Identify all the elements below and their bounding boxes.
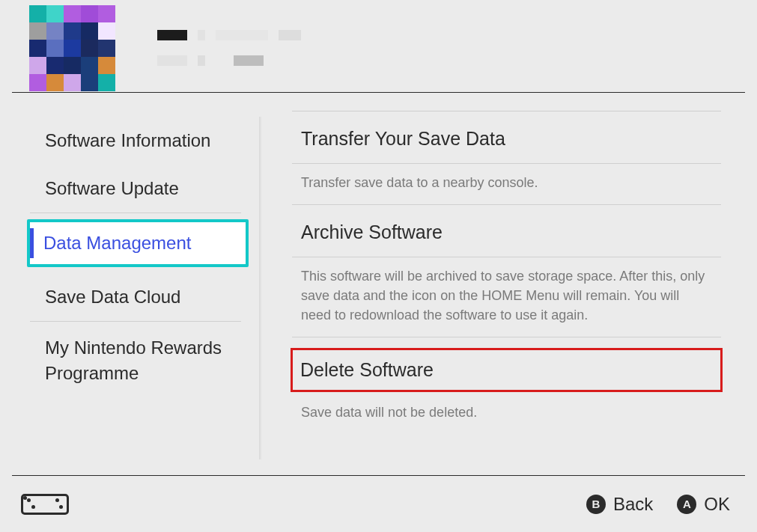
header-bar	[12, 0, 745, 93]
sidebar-item-software-information[interactable]: Software Information	[0, 117, 262, 165]
sidebar-item-data-management[interactable]: Data Management	[27, 219, 249, 267]
option-archive-software: Archive Software This software will be a…	[292, 204, 721, 337]
back-label: Back	[613, 494, 653, 515]
option-desc-transfer: Transfer save data to a nearby console.	[292, 163, 721, 195]
sidebar-item-rewards-programme[interactable]: My Nintendo Rewards Programme	[0, 322, 262, 399]
footer-bar: B Back A OK	[12, 475, 745, 532]
b-button-icon: B	[586, 495, 606, 514]
content-panel: Transfer Your Save Data Transfer save da…	[262, 93, 757, 474]
software-title-placeholder	[157, 30, 301, 66]
option-transfer-save-data: Transfer Your Save Data Transfer save da…	[292, 111, 721, 204]
option-title-delete[interactable]: Delete Software	[291, 348, 723, 392]
option-delete-software: Delete Software Save data will not be de…	[292, 337, 721, 434]
ok-button[interactable]: A OK	[677, 494, 730, 515]
sidebar-item-save-data-cloud[interactable]: Save Data Cloud	[0, 273, 262, 321]
controller-icon[interactable]	[21, 494, 69, 515]
sidebar: Software Information Software Update Dat…	[0, 93, 262, 474]
sidebar-item-software-update[interactable]: Software Update	[0, 165, 262, 213]
option-desc-archive: This software will be archived to save s…	[292, 257, 721, 328]
software-icon	[29, 5, 115, 91]
option-desc-delete: Save data will not be deleted.	[292, 398, 721, 425]
option-title-archive[interactable]: Archive Software	[292, 217, 721, 248]
option-title-transfer[interactable]: Transfer Your Save Data	[292, 123, 721, 154]
back-button[interactable]: B Back	[586, 494, 653, 515]
ok-label: OK	[704, 494, 730, 515]
a-button-icon: A	[677, 495, 696, 514]
